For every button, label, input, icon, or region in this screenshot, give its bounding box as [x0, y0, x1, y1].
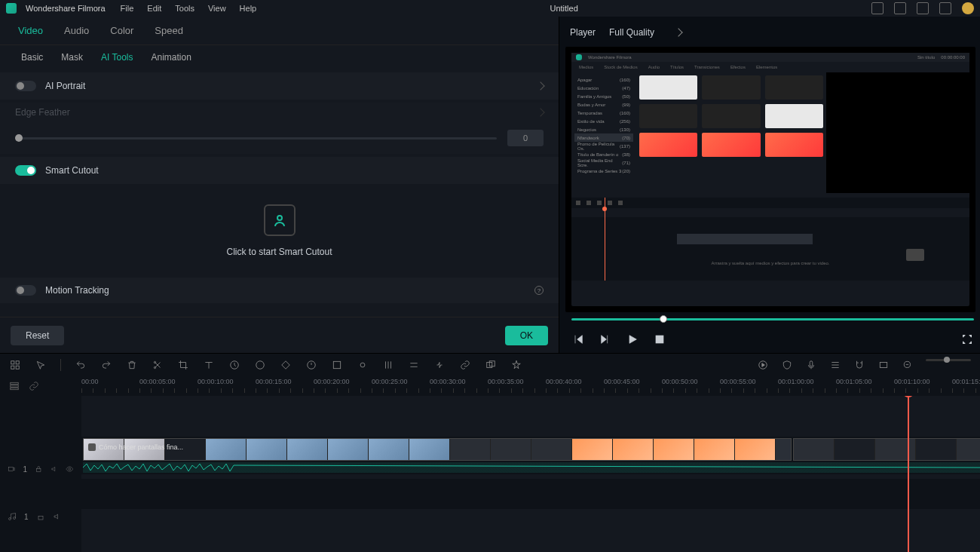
svg-rect-25: [38, 517, 43, 520]
ok-button[interactable]: OK: [505, 326, 548, 345]
export-icon[interactable]: [917, 2, 929, 14]
tracks-gutter: 1 1: [0, 396, 81, 552]
chevron-down-icon[interactable]: [536, 108, 544, 116]
detach-icon[interactable]: [331, 359, 343, 371]
render-icon[interactable]: [757, 359, 769, 371]
menu-edit[interactable]: Edit: [147, 4, 161, 13]
quality-value: Full Quality: [609, 27, 654, 38]
marker-icon[interactable]: [305, 359, 317, 371]
mixer-icon[interactable]: [382, 359, 394, 371]
list-icon[interactable]: [829, 359, 841, 371]
playhead-handle[interactable]: [902, 396, 914, 397]
menu-tools[interactable]: Tools: [175, 4, 194, 13]
subtab-ai-tools[interactable]: AI Tools: [101, 52, 133, 63]
mini-drop-hint: Arrastra y suelta aquí medios y efectos …: [571, 261, 969, 265]
svg-point-0: [277, 216, 282, 220]
redo-icon[interactable]: [100, 359, 112, 371]
step-back-button[interactable]: [599, 333, 612, 346]
select-tool-icon[interactable]: [9, 359, 21, 371]
edge-feather-value[interactable]: 0: [507, 130, 544, 146]
play-button[interactable]: [626, 333, 639, 346]
edge-feather-slider[interactable]: [15, 137, 497, 140]
track-options-icon[interactable]: [9, 381, 20, 391]
ai-portrait-toggle[interactable]: [15, 81, 36, 91]
tab-audio[interactable]: Audio: [64, 25, 89, 36]
mute-icon[interactable]: [51, 465, 59, 474]
tab-color[interactable]: Color: [110, 25, 133, 36]
help-icon[interactable]: ?: [534, 286, 544, 295]
player-header: Player Full Quality: [565, 21, 980, 44]
cursor-tool-icon[interactable]: [35, 359, 47, 371]
lock-icon[interactable]: [36, 512, 45, 521]
mini-title: Sin título: [917, 55, 935, 60]
subtab-basic[interactable]: Basic: [21, 52, 43, 63]
scrub-thumb[interactable]: [660, 315, 667, 323]
audio-sync-icon[interactable]: [433, 359, 446, 371]
quality-dropdown[interactable]: Full Quality: [609, 27, 681, 38]
menu-help[interactable]: Help: [240, 4, 257, 13]
reset-button[interactable]: Reset: [11, 326, 64, 345]
text-icon[interactable]: [203, 359, 215, 371]
mini-time: 00:00:00:00: [941, 55, 965, 60]
title-bar: Wondershare Filmora File Edit Tools View…: [0, 0, 980, 17]
mute-icon[interactable]: [53, 512, 62, 521]
tab-speed[interactable]: Speed: [155, 25, 183, 36]
visibility-icon[interactable]: [66, 465, 74, 474]
zoom-out-icon[interactable]: [902, 359, 914, 371]
video-clip-2[interactable]: [793, 438, 980, 461]
prev-frame-button[interactable]: [571, 333, 585, 346]
group-icon[interactable]: [485, 359, 497, 371]
menu-file[interactable]: File: [121, 4, 134, 13]
effects-icon[interactable]: [510, 359, 522, 371]
audio-track: [81, 479, 980, 509]
fit-icon[interactable]: [877, 359, 890, 371]
delete-icon[interactable]: [126, 359, 138, 371]
color-icon[interactable]: [254, 359, 266, 371]
svg-rect-16: [810, 361, 813, 366]
preview-viewport[interactable]: Wondershare Filmora Sin título 00:00:00:…: [565, 47, 975, 312]
menu-view[interactable]: View: [208, 4, 226, 13]
split-icon[interactable]: [152, 359, 164, 371]
motion-tracking-toggle[interactable]: [15, 285, 36, 296]
tracks-body[interactable]: Cómo hacer pantallas fina...: [81, 396, 980, 552]
svg-rect-5: [16, 366, 19, 369]
save-icon[interactable]: [894, 2, 906, 14]
magnet-icon[interactable]: [853, 359, 865, 371]
apps-icon[interactable]: [939, 2, 951, 14]
lock-icon[interactable]: [35, 465, 43, 474]
smart-cutout-cta[interactable]: Click to start Smart Cutout: [226, 247, 332, 257]
link-icon[interactable]: [459, 359, 471, 371]
smart-cutout-icon[interactable]: [264, 204, 296, 236]
tab-video[interactable]: Video: [18, 25, 43, 36]
layout-icon[interactable]: [871, 2, 884, 14]
video-clip[interactable]: Cómo hacer pantallas fina...: [83, 438, 792, 461]
smart-cutout-toggle[interactable]: [15, 165, 36, 176]
chevron-down-icon[interactable]: [536, 81, 544, 90]
timeline-ruler[interactable]: 00:0000:00:05:0000:00:10:0000:00:15:0000…: [81, 376, 980, 396]
app-logo: [6, 3, 17, 14]
video-track-num: 1: [23, 465, 28, 474]
subtab-mask[interactable]: Mask: [61, 52, 83, 63]
undo-icon[interactable]: [75, 359, 87, 371]
slider-thumb[interactable]: [15, 134, 23, 142]
svg-rect-11: [333, 361, 340, 368]
record-icon[interactable]: [357, 359, 369, 371]
mic-icon[interactable]: [805, 359, 817, 371]
speed-icon[interactable]: [228, 359, 240, 371]
shield-icon[interactable]: [781, 359, 793, 371]
zoom-slider[interactable]: [926, 359, 971, 361]
stop-button[interactable]: [653, 333, 666, 346]
audio-track-head: 1: [0, 501, 81, 532]
scrub-track[interactable]: [571, 318, 974, 320]
link-tracks-icon[interactable]: [29, 381, 39, 391]
timeline-section: 00:0000:00:05:0000:00:10:0000:00:15:0000…: [0, 353, 980, 552]
playhead[interactable]: [908, 396, 909, 552]
keyframe-icon[interactable]: [280, 359, 292, 371]
expand-button[interactable]: [960, 333, 974, 346]
adjust-icon[interactable]: [408, 359, 420, 371]
svg-rect-1: [656, 336, 663, 342]
edge-feather-slider-row: 0: [0, 122, 559, 154]
subtab-animation[interactable]: Animation: [151, 52, 191, 63]
crop-icon[interactable]: [177, 359, 189, 371]
account-avatar[interactable]: [962, 2, 974, 14]
